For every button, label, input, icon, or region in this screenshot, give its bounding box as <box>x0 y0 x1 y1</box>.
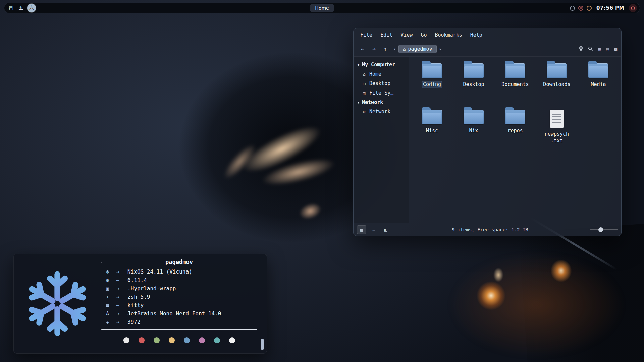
filesystem-icon: ◫ <box>362 90 367 96</box>
folder-icon <box>422 63 442 78</box>
fetch-wm-value: .Hyprland-wrapp <box>127 285 176 292</box>
zoom-slider-track <box>590 229 618 230</box>
folder-icon <box>505 63 525 78</box>
sidebar-section-network[interactable]: ▾ Network <box>354 98 409 107</box>
file-item-label: Downloads <box>542 81 571 88</box>
palette-dot <box>169 337 175 343</box>
nixos-logo <box>14 254 101 353</box>
folder-icon <box>505 110 525 124</box>
sidebar-item-desktop[interactable]: ▢ Desktop <box>354 79 409 88</box>
sidebar-item-label: File Sy… <box>369 90 393 96</box>
folder-icon <box>588 63 608 78</box>
file-item-media[interactable]: Media <box>579 63 618 106</box>
search-icon <box>588 46 593 51</box>
path-scroll-right-icon[interactable]: ▸ <box>438 46 443 51</box>
wallpaper-hair-highlight <box>243 145 354 199</box>
palette-dot <box>229 337 235 343</box>
fetch-packages-value: 3972 <box>127 319 141 325</box>
workspace-button-6-active[interactable]: 六 <box>27 4 36 12</box>
status-bar: ▤ ≡ ◧ 9 items, Free space: 1.2 TB <box>354 223 621 236</box>
sidebar-section-label: Network <box>362 99 383 105</box>
palette-dot <box>139 337 145 343</box>
fetch-row-wm: ▣ → .Hyprland-wrapp <box>106 284 252 293</box>
packages-icon: ◈ <box>106 319 116 325</box>
zoom-slider[interactable] <box>590 226 618 233</box>
wallpaper-candle-flame <box>471 276 511 316</box>
search-button[interactable] <box>588 46 593 51</box>
folder-icon <box>547 63 567 78</box>
home-icon: ⌂ <box>362 72 367 77</box>
terminal-cursor <box>261 339 264 350</box>
fetch-os-value: NixOS 24.11 (Vicuna) <box>127 268 192 275</box>
file-item-documents[interactable]: Documents <box>495 63 535 106</box>
places-sidebar: ▾ My Computer ⌂ Home ▢ Desktop ◫ File Sy… <box>354 57 409 223</box>
file-item-label: Desktop <box>462 81 485 88</box>
file-item-downloads[interactable]: Downloads <box>537 63 577 106</box>
folder-icon <box>464 63 484 78</box>
side-pane-toggle-button[interactable]: ◧ <box>381 225 390 234</box>
file-item-desktop[interactable]: Desktop <box>454 63 493 106</box>
location-pin-button[interactable] <box>579 46 583 51</box>
wallpaper-candle-flame <box>492 265 505 284</box>
network-icon: ⊕ <box>362 109 367 114</box>
palette-dot <box>199 337 205 343</box>
text-file-icon <box>550 110 564 128</box>
sidebar-item-home[interactable]: ⌂ Home <box>354 69 409 79</box>
menu-bar: File Edit View Go Bookmarks Help <box>354 28 621 41</box>
sidebar-item-network[interactable]: ⊕ Network <box>354 107 409 116</box>
power-button[interactable] <box>629 4 637 12</box>
arrow-icon: → <box>116 302 127 308</box>
file-icon-view: Coding Desktop Documents Downloads Media… <box>409 57 621 223</box>
breadcrumb-label: pagedmov <box>408 46 432 52</box>
sidebar-section-label: My Computer <box>362 62 395 68</box>
menu-view[interactable]: View <box>400 32 413 38</box>
menu-go[interactable]: Go <box>421 32 427 38</box>
workspace-button-4[interactable]: 四 <box>7 4 15 12</box>
wallpaper-hair-highlight <box>211 131 269 192</box>
nix-icon: ❄ <box>106 269 116 275</box>
file-item-coding[interactable]: Coding <box>412 63 452 106</box>
arrow-icon: → <box>116 268 127 275</box>
up-button[interactable]: ↑ <box>380 44 390 54</box>
sidebar-section-computer[interactable]: ▾ My Computer <box>354 60 409 69</box>
tree-pane-button[interactable]: ≡ <box>369 225 378 234</box>
path-scroll-left-icon[interactable]: ◂ <box>392 46 397 51</box>
expander-icon: ▾ <box>357 62 360 68</box>
workspace-button-5[interactable]: 五 <box>17 4 25 12</box>
toolbar: ← → ↑ ◂ ⌂ pagedmov ▸ ▦ ▤ ▩ <box>354 41 621 57</box>
file-item-label: Coding <box>422 81 442 88</box>
clock: 07:56 PM <box>596 5 624 11</box>
file-item-nix[interactable]: Nix <box>454 110 493 152</box>
compact-view-button[interactable]: ▩ <box>614 46 617 52</box>
arrow-icon: → <box>116 310 127 317</box>
menu-help[interactable]: Help <box>470 32 482 38</box>
folder-icon <box>464 110 484 124</box>
menu-edit[interactable]: Edit <box>380 32 392 38</box>
menu-bookmarks[interactable]: Bookmarks <box>435 32 462 38</box>
fetch-row-shell: › → zsh 5.9 <box>106 293 252 301</box>
file-item-misc[interactable]: Misc <box>412 110 452 152</box>
places-pane-button[interactable]: ▤ <box>357 225 366 234</box>
breadcrumb-segment-home[interactable]: ⌂ pagedmov <box>398 45 437 53</box>
file-manager-window: File Edit View Go Bookmarks Help ← → ↑ ◂… <box>353 28 622 236</box>
expander-icon: ▾ <box>357 99 360 105</box>
forward-button[interactable]: → <box>369 44 379 54</box>
fetch-info-box: pagedmov ❄ → NixOS 24.11 (Vicuna) ⚙ → 6.… <box>101 259 257 330</box>
file-item-label: Misc <box>425 128 439 134</box>
file-item-label: newpsych.txt <box>542 131 571 144</box>
file-item-label: Media <box>590 81 607 88</box>
status-text: 9 items, Free space: 1.2 TB <box>393 227 587 232</box>
sidebar-item-filesystem[interactable]: ◫ File Sy… <box>354 88 409 98</box>
list-view-button[interactable]: ▤ <box>606 46 609 52</box>
zoom-slider-knob[interactable] <box>598 227 603 232</box>
palette-dot <box>214 337 220 343</box>
home-icon: ⌂ <box>403 46 406 52</box>
file-item-newpsych-txt[interactable]: newpsych.txt <box>537 110 577 152</box>
icon-view-button[interactable]: ▦ <box>598 46 601 52</box>
fastfetch-panel: pagedmov ❄ → NixOS 24.11 (Vicuna) ⚙ → 6.… <box>13 254 267 354</box>
arrow-icon: → <box>116 319 127 325</box>
file-item-repos[interactable]: repos <box>495 110 535 152</box>
menu-file[interactable]: File <box>360 32 372 38</box>
back-button[interactable]: ← <box>358 44 368 54</box>
fetch-font-value: JetBrains Mono Nerd Font 14.0 <box>127 310 221 317</box>
